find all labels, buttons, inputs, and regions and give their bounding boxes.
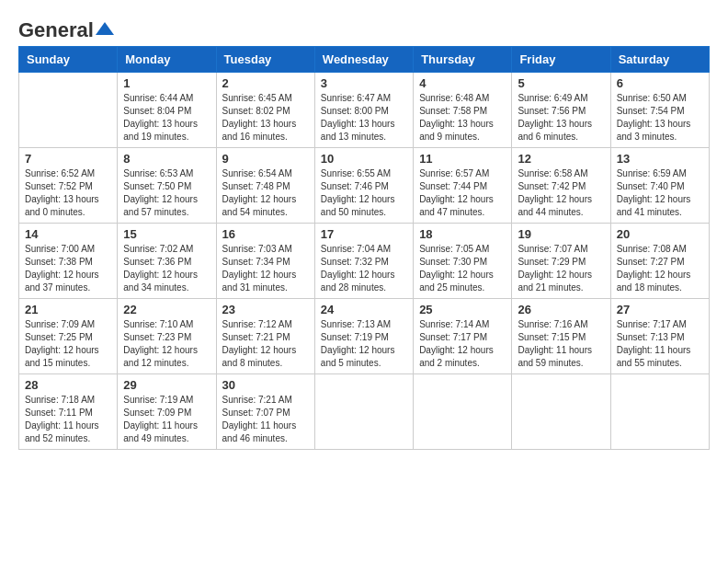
day-number: 11 — [419, 152, 506, 166]
day-number: 23 — [222, 303, 309, 316]
day-info: Sunrise: 7:07 AMSunset: 7:29 PMDaylight:… — [518, 243, 604, 294]
logo: General — [18, 18, 114, 37]
day-number: 8 — [123, 152, 210, 166]
calendar-cell: 5Sunrise: 6:49 AMSunset: 7:56 PMDaylight… — [512, 73, 610, 148]
day-info: Sunrise: 7:05 AMSunset: 7:30 PMDaylight:… — [419, 243, 506, 294]
calendar-cell: 2Sunrise: 6:45 AMSunset: 8:02 PMDaylight… — [216, 73, 314, 148]
calendar-cell: 18Sunrise: 7:05 AMSunset: 7:30 PMDayligh… — [414, 224, 512, 299]
weekday-header: Monday — [118, 47, 216, 73]
day-info: Sunrise: 7:10 AMSunset: 7:23 PMDaylight:… — [123, 318, 210, 370]
calendar-week-row: 21Sunrise: 7:09 AMSunset: 7:25 PMDayligh… — [19, 299, 710, 374]
day-number: 27 — [617, 303, 703, 316]
calendar-cell: 24Sunrise: 7:13 AMSunset: 7:19 PMDayligh… — [314, 299, 413, 374]
calendar-week-row: 28Sunrise: 7:18 AMSunset: 7:11 PMDayligh… — [19, 374, 710, 450]
day-number: 1 — [123, 76, 210, 90]
day-info: Sunrise: 7:14 AMSunset: 7:17 PMDaylight:… — [419, 318, 506, 370]
calendar-cell: 22Sunrise: 7:10 AMSunset: 7:23 PMDayligh… — [118, 299, 216, 374]
weekday-header: Tuesday — [216, 47, 314, 73]
calendar-cell — [414, 374, 512, 450]
day-info: Sunrise: 7:09 AMSunset: 7:25 PMDaylight:… — [25, 318, 111, 370]
day-info: Sunrise: 6:48 AMSunset: 7:58 PMDaylight:… — [419, 92, 506, 144]
calendar-cell: 13Sunrise: 6:59 AMSunset: 7:40 PMDayligh… — [610, 148, 709, 224]
calendar-cell: 11Sunrise: 6:57 AMSunset: 7:44 PMDayligh… — [414, 148, 512, 224]
day-info: Sunrise: 7:03 AMSunset: 7:34 PMDaylight:… — [222, 243, 309, 294]
day-info: Sunrise: 6:57 AMSunset: 7:44 PMDaylight:… — [419, 167, 506, 219]
calendar-cell: 1Sunrise: 6:44 AMSunset: 8:04 PMDaylight… — [118, 73, 216, 148]
day-info: Sunrise: 6:55 AMSunset: 7:46 PMDaylight:… — [321, 167, 407, 219]
calendar-cell — [512, 374, 610, 450]
day-info: Sunrise: 6:45 AMSunset: 8:02 PMDaylight:… — [222, 92, 309, 144]
day-number: 21 — [25, 303, 111, 316]
calendar-week-row: 14Sunrise: 7:00 AMSunset: 7:38 PMDayligh… — [19, 224, 710, 299]
day-number: 26 — [518, 303, 604, 316]
day-info: Sunrise: 6:58 AMSunset: 7:42 PMDaylight:… — [518, 167, 604, 219]
calendar-cell: 12Sunrise: 6:58 AMSunset: 7:42 PMDayligh… — [512, 148, 610, 224]
weekday-header: Friday — [512, 47, 610, 73]
day-info: Sunrise: 6:47 AMSunset: 8:00 PMDaylight:… — [321, 92, 407, 144]
calendar-cell: 9Sunrise: 6:54 AMSunset: 7:48 PMDaylight… — [216, 148, 314, 224]
day-number: 30 — [222, 378, 309, 392]
calendar-cell: 27Sunrise: 7:17 AMSunset: 7:13 PMDayligh… — [610, 299, 709, 374]
calendar-header-row: SundayMondayTuesdayWednesdayThursdayFrid… — [19, 47, 710, 73]
day-number: 18 — [419, 227, 506, 241]
day-number: 12 — [518, 152, 604, 166]
day-number: 19 — [518, 227, 604, 241]
day-number: 3 — [321, 76, 407, 90]
weekday-header: Sunday — [19, 47, 118, 73]
weekday-header: Thursday — [414, 47, 512, 73]
day-number: 24 — [321, 303, 407, 316]
day-number: 15 — [123, 227, 210, 241]
weekday-header: Saturday — [610, 47, 709, 73]
day-info: Sunrise: 6:54 AMSunset: 7:48 PMDaylight:… — [222, 167, 309, 219]
day-number: 28 — [25, 378, 111, 392]
logo-icon — [96, 22, 114, 35]
day-info: Sunrise: 6:44 AMSunset: 8:04 PMDaylight:… — [123, 92, 210, 144]
day-number: 20 — [617, 227, 703, 241]
calendar-cell: 20Sunrise: 7:08 AMSunset: 7:27 PMDayligh… — [610, 224, 709, 299]
calendar-cell: 29Sunrise: 7:19 AMSunset: 7:09 PMDayligh… — [118, 374, 216, 450]
day-info: Sunrise: 6:49 AMSunset: 7:56 PMDaylight:… — [518, 92, 604, 144]
day-number: 7 — [25, 152, 111, 166]
day-number: 16 — [222, 227, 309, 241]
day-info: Sunrise: 7:19 AMSunset: 7:09 PMDaylight:… — [123, 394, 210, 445]
calendar-cell: 14Sunrise: 7:00 AMSunset: 7:38 PMDayligh… — [19, 224, 118, 299]
calendar-cell: 15Sunrise: 7:02 AMSunset: 7:36 PMDayligh… — [118, 224, 216, 299]
calendar-cell — [314, 374, 413, 450]
day-info: Sunrise: 7:00 AMSunset: 7:38 PMDaylight:… — [25, 243, 111, 294]
page-header: General — [18, 18, 710, 37]
calendar-week-row: 7Sunrise: 6:52 AMSunset: 7:52 PMDaylight… — [19, 148, 710, 224]
weekday-header: Wednesday — [314, 47, 413, 73]
calendar-table: SundayMondayTuesdayWednesdayThursdayFrid… — [18, 46, 710, 450]
calendar-cell: 8Sunrise: 6:53 AMSunset: 7:50 PMDaylight… — [118, 148, 216, 224]
calendar-cell: 6Sunrise: 6:50 AMSunset: 7:54 PMDaylight… — [610, 73, 709, 148]
day-number: 9 — [222, 152, 309, 166]
calendar-cell: 7Sunrise: 6:52 AMSunset: 7:52 PMDaylight… — [19, 148, 118, 224]
calendar-cell: 16Sunrise: 7:03 AMSunset: 7:34 PMDayligh… — [216, 224, 314, 299]
day-number: 14 — [25, 227, 111, 241]
day-info: Sunrise: 6:50 AMSunset: 7:54 PMDaylight:… — [617, 92, 703, 144]
calendar-cell: 28Sunrise: 7:18 AMSunset: 7:11 PMDayligh… — [19, 374, 118, 450]
calendar-cell: 3Sunrise: 6:47 AMSunset: 8:00 PMDaylight… — [314, 73, 413, 148]
day-number: 25 — [419, 303, 506, 316]
day-info: Sunrise: 6:59 AMSunset: 7:40 PMDaylight:… — [617, 167, 703, 219]
calendar-cell — [19, 73, 118, 148]
day-number: 17 — [321, 227, 407, 241]
logo-general: General — [18, 18, 94, 42]
day-info: Sunrise: 7:18 AMSunset: 7:11 PMDaylight:… — [25, 394, 111, 445]
day-info: Sunrise: 6:53 AMSunset: 7:50 PMDaylight:… — [123, 167, 210, 219]
calendar-cell — [610, 374, 709, 450]
calendar-week-row: 1Sunrise: 6:44 AMSunset: 8:04 PMDaylight… — [19, 73, 710, 148]
day-info: Sunrise: 7:02 AMSunset: 7:36 PMDaylight:… — [123, 243, 210, 294]
calendar-cell: 10Sunrise: 6:55 AMSunset: 7:46 PMDayligh… — [314, 148, 413, 224]
day-number: 10 — [321, 152, 407, 166]
calendar-cell: 26Sunrise: 7:16 AMSunset: 7:15 PMDayligh… — [512, 299, 610, 374]
day-number: 5 — [518, 76, 604, 90]
day-number: 4 — [419, 76, 506, 90]
day-info: Sunrise: 7:04 AMSunset: 7:32 PMDaylight:… — [321, 243, 407, 294]
svg-marker-0 — [96, 22, 114, 35]
calendar-cell: 19Sunrise: 7:07 AMSunset: 7:29 PMDayligh… — [512, 224, 610, 299]
day-number: 13 — [617, 152, 703, 166]
calendar-cell: 17Sunrise: 7:04 AMSunset: 7:32 PMDayligh… — [314, 224, 413, 299]
day-number: 6 — [617, 76, 703, 90]
day-number: 2 — [222, 76, 309, 90]
